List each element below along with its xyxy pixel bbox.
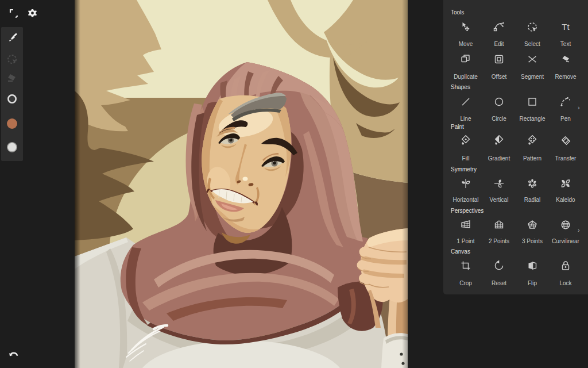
svg-text:Tt: Tt [562,22,570,32]
